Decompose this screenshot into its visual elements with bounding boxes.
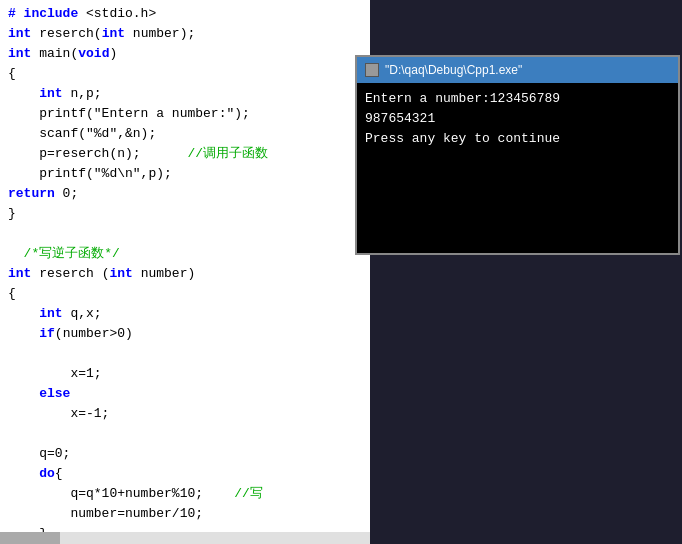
code-line-14: int reserch (int number) (0, 264, 370, 284)
code-line-25: q=q*10+number%10; //写 (0, 484, 370, 504)
code-line-16: int q,x; (0, 304, 370, 324)
code-line-22 (0, 424, 370, 444)
code-line-23: q=0; (0, 444, 370, 464)
horizontal-scrollbar[interactable] (0, 532, 370, 544)
code-line-1: # include <stdio.h> (0, 4, 370, 24)
code-line-2: int reserch(int number); (0, 24, 370, 44)
code-line-18 (0, 344, 370, 364)
code-line-8: p=reserch(n); //调用子函数 (0, 144, 370, 164)
code-line-3: int main(void) (0, 44, 370, 64)
code-line-12 (0, 224, 370, 244)
code-line-13: /*写逆子函数*/ (0, 244, 370, 264)
code-line-20: else (0, 384, 370, 404)
code-line-11: } (0, 204, 370, 224)
code-line-21: x=-1; (0, 404, 370, 424)
console-body: Entern a number:123456789 987654321 Pres… (357, 83, 678, 155)
scrollbar-thumb[interactable] (0, 532, 60, 544)
code-line-26: number=number/10; (0, 504, 370, 524)
code-line-24: do{ (0, 464, 370, 484)
code-line-4: { (0, 64, 370, 84)
code-line-7: scanf("%d",&n); (0, 124, 370, 144)
code-line-5: int n,p; (0, 84, 370, 104)
console-line-1: Entern a number:123456789 (365, 89, 670, 109)
preprocessor-directive: # include (8, 4, 86, 24)
console-icon (365, 63, 379, 77)
console-titlebar: "D:\qaq\Debug\Cpp1.exe" (357, 57, 678, 83)
console-title: "D:\qaq\Debug\Cpp1.exe" (385, 63, 522, 77)
code-editor[interactable]: # include <stdio.h> int reserch(int numb… (0, 0, 370, 544)
code-line-6: printf("Entern a number:"); (0, 104, 370, 124)
code-line-15: { (0, 284, 370, 304)
console-window: "D:\qaq\Debug\Cpp1.exe" Entern a number:… (355, 55, 680, 255)
console-line-3: Press any key to continue (365, 129, 670, 149)
code-line-9: printf("%d\n",p); (0, 164, 370, 184)
code-line-19: x=1; (0, 364, 370, 384)
code-line-10: return 0; (0, 184, 370, 204)
console-line-2: 987654321 (365, 109, 670, 129)
code-line-17: if(number>0) (0, 324, 370, 344)
